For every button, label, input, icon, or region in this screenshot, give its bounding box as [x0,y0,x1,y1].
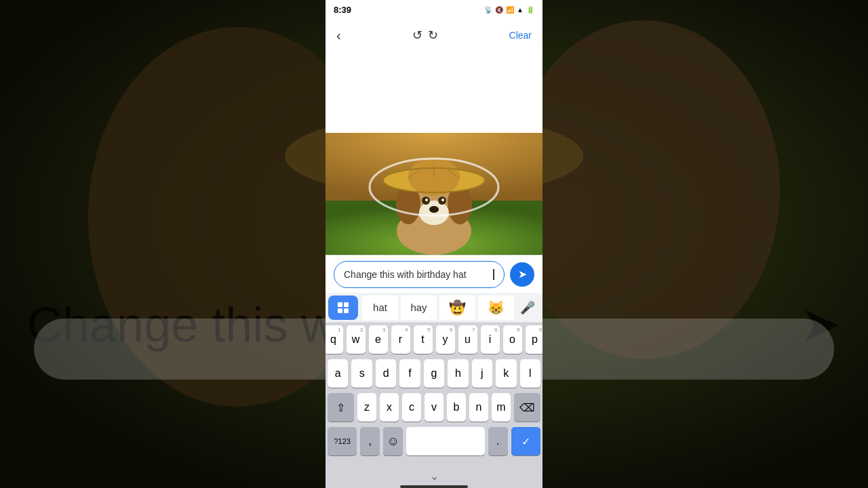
key-f[interactable]: f [399,359,420,388]
key-r[interactable]: r4 [391,325,410,354]
status-bar: 8:39 📡 🔇 📶 ▲ 🔋 [326,0,542,19]
keyboard-row-1: q1 w2 e3 r4 t5 y6 u7 i8 o9 p0 [328,325,540,354]
wifi-icon: 📶 [506,6,514,14]
suggestions-row: hat hay 🤠 😸 🎤 [326,293,542,323]
key-l[interactable]: l [520,359,540,388]
key-q[interactable]: q1 [326,325,343,354]
prompt-input-text[interactable]: Change this with birthday hat [344,269,492,280]
keyboard-row-4: ?123 , ☺ . ✓ [328,427,540,455]
key-d[interactable]: d [376,359,396,388]
key-enter[interactable]: ✓ [511,427,540,455]
mute-icon: 🔇 [495,6,503,14]
key-g[interactable]: g [424,359,444,388]
key-i[interactable]: i8 [481,325,500,354]
key-n[interactable]: n [469,393,488,422]
svg-point-16 [441,199,444,201]
key-period[interactable]: . [488,427,508,455]
keyboard-row-2: a s d f g h j k l [328,359,540,388]
drawing-area[interactable] [326,52,542,133]
send-button[interactable]: ➤ [510,262,534,287]
keyboard-switch-button[interactable] [328,296,358,320]
toolbar: ‹ ↺ ↻ Clear [326,19,542,52]
back-button[interactable]: ‹ [336,28,341,43]
prompt-input-wrapper[interactable]: Change this with birthday hat [334,261,505,288]
key-a[interactable]: a [328,359,348,388]
key-p[interactable]: p0 [526,325,543,354]
key-v[interactable]: v [425,393,443,422]
key-e[interactable]: e3 [369,325,388,354]
suggestion-hat[interactable]: hat [362,296,398,320]
chevron-down-icon[interactable]: ⌄ [430,470,439,483]
key-w[interactable]: w2 [347,325,366,354]
signal-icon: ▲ [517,6,524,14]
key-emoji[interactable]: ☺ [383,427,403,455]
undo-button[interactable]: ↺ [412,28,422,43]
home-indicator [400,485,468,488]
toolbar-left: ‹ [336,28,341,43]
svg-point-15 [425,199,428,201]
key-shift[interactable]: ⇧ [328,393,354,422]
grid-icon [338,302,349,313]
dog-container [326,133,542,255]
key-k[interactable]: k [496,359,516,388]
key-j[interactable]: j [472,359,492,388]
text-cursor [493,269,494,280]
key-s[interactable]: s [351,359,372,388]
svg-point-19 [408,158,460,196]
phone-frame: 8:39 📡 🔇 📶 ▲ 🔋 ‹ ↺ ↻ Clear [326,0,542,488]
key-c[interactable]: c [402,393,421,422]
status-icons: 📡 🔇 📶 ▲ 🔋 [484,6,534,14]
svg-point-17 [429,206,439,213]
suggestion-emoji-cowboy[interactable]: 🤠 [439,296,475,320]
prompt-bar: Change this with birthday hat ➤ [326,255,542,293]
key-h[interactable]: h [448,359,468,388]
status-time: 8:39 [334,5,351,15]
redo-button[interactable]: ↻ [428,28,438,43]
key-num-sym[interactable]: ?123 [328,427,357,455]
sim-icon: 📡 [484,6,492,14]
key-z[interactable]: z [357,393,376,422]
key-b[interactable]: b [447,393,466,422]
keyboard-row-3: ⇧ z x c v b n m ⌫ [328,393,540,422]
toolbar-right: Clear [509,30,532,41]
suggestion-hay[interactable]: hay [401,296,437,320]
key-x[interactable]: x [380,393,399,422]
mic-button[interactable]: 🎤 [515,296,540,320]
key-y[interactable]: y6 [436,325,455,354]
svg-point-2 [509,20,780,359]
key-space[interactable] [406,427,485,455]
key-m[interactable]: m [492,393,511,422]
suggestion-emoji-cat[interactable]: 😸 [478,296,514,320]
key-t[interactable]: t5 [414,325,433,354]
key-o[interactable]: o9 [503,325,522,354]
key-u[interactable]: u7 [458,325,477,354]
bottom-bar: ⌄ [326,469,542,488]
toolbar-center: ↺ ↻ [412,28,438,43]
send-icon: ➤ [518,268,527,281]
dog-image-area [326,133,542,255]
battery-icon: 🔋 [526,6,534,14]
clear-button[interactable]: Clear [509,30,532,41]
key-comma[interactable]: , [360,427,380,455]
keyboard: q1 w2 e3 r4 t5 y6 u7 i8 o9 p0 a s d f g … [326,323,542,469]
key-backspace[interactable]: ⌫ [514,393,540,422]
